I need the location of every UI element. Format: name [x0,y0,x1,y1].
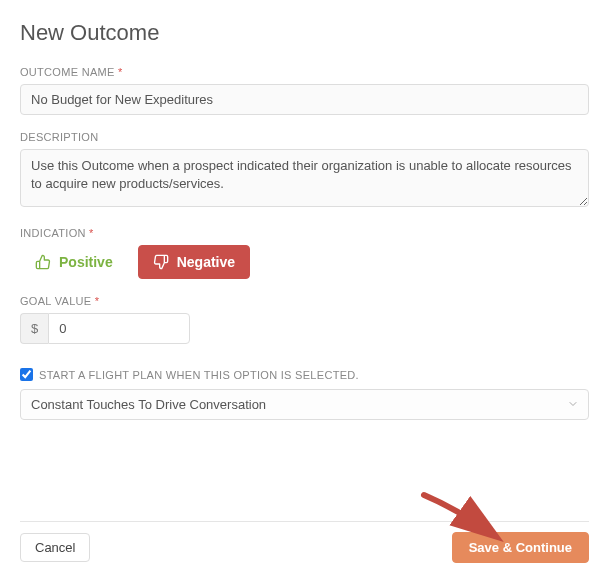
dialog-footer: Cancel Save & Continue [20,521,589,563]
required-asterisk: * [95,295,100,307]
label-text: GOAL VALUE [20,295,91,307]
goal-value-input[interactable] [48,313,190,344]
flight-plan-row: START A FLIGHT PLAN WHEN THIS OPTION IS … [20,368,589,381]
outcome-name-label: OUTCOME NAME * [20,66,589,78]
outcome-name-group: OUTCOME NAME * [20,66,589,115]
label-text: INDICATION [20,227,86,239]
description-group: DESCRIPTION [20,131,589,211]
thumbs-up-icon [35,254,51,270]
description-label: DESCRIPTION [20,131,589,143]
flight-plan-select[interactable]: Constant Touches To Drive Conversation [20,389,589,420]
thumbs-down-icon [153,254,169,270]
save-continue-button[interactable]: Save & Continue [452,532,589,563]
cancel-button[interactable]: Cancel [20,533,90,562]
required-asterisk: * [89,227,94,239]
goal-value-group: GOAL VALUE * $ [20,295,589,344]
indication-options: Positive Negative [20,245,589,279]
flight-plan-checkbox[interactable] [20,368,33,381]
indication-positive-button[interactable]: Positive [20,245,128,279]
outcome-name-input[interactable] [20,84,589,115]
flight-plan-select-wrap: Constant Touches To Drive Conversation [20,389,589,420]
flight-plan-label: START A FLIGHT PLAN WHEN THIS OPTION IS … [39,369,359,381]
required-asterisk: * [118,66,123,78]
goal-value-label: GOAL VALUE * [20,295,589,307]
negative-label: Negative [177,254,235,270]
currency-prefix: $ [20,313,48,344]
label-text: OUTCOME NAME [20,66,115,78]
description-textarea[interactable] [20,149,589,207]
indication-negative-button[interactable]: Negative [138,245,250,279]
goal-value-input-row: $ [20,313,190,344]
page-title: New Outcome [20,20,589,46]
indication-group: INDICATION * Positive Negative [20,227,589,279]
positive-label: Positive [59,254,113,270]
indication-label: INDICATION * [20,227,589,239]
